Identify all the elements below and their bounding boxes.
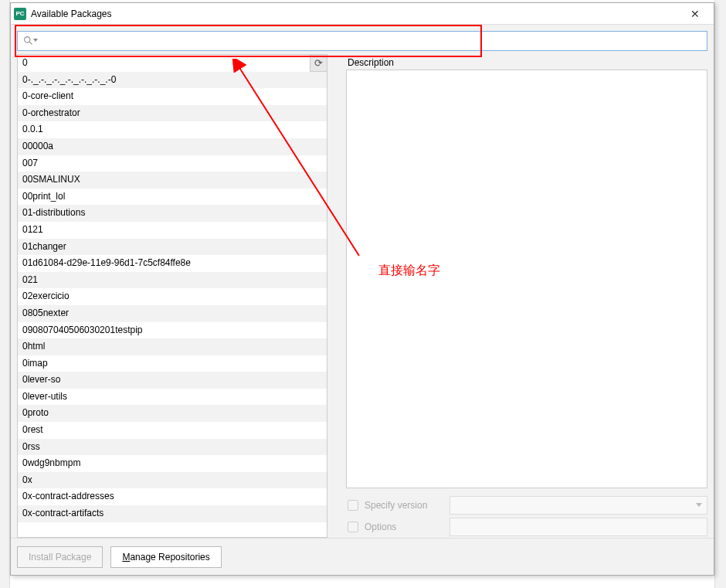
pycharm-icon: PC [14, 8, 26, 20]
options-label: Options [365, 522, 443, 532]
background-left [0, 0, 10, 588]
splitter[interactable] [327, 54, 346, 538]
specify-version-combo[interactable] [450, 496, 707, 515]
specify-version-row: Specify version [346, 495, 707, 516]
titlebar[interactable]: PC Available Packages ✕ [11, 3, 714, 25]
reload-button[interactable]: ⟳ [310, 55, 327, 72]
package-list-panel: ⟳ 00-._.-._.-._.-._.-._.-._.-00-core-cli… [17, 54, 327, 538]
options-checkbox[interactable] [348, 522, 358, 532]
manage-repositories-button[interactable]: Manage Repositories [110, 546, 221, 568]
package-item[interactable]: 01changer [18, 239, 327, 256]
package-item[interactable]: 0html [18, 338, 327, 355]
window-title: Available Packages [31, 8, 680, 19]
options-row: Options [346, 516, 707, 538]
install-package-button[interactable]: Install Package [17, 546, 103, 568]
package-item[interactable]: 0proto [18, 405, 327, 422]
chevron-down-icon [696, 503, 702, 507]
package-item[interactable]: 090807040506030201testpip [18, 322, 327, 339]
package-item[interactable]: 0805nexter [18, 305, 327, 322]
package-item[interactable]: 0x-contract-addresses [18, 488, 327, 505]
package-item[interactable]: 00000a [18, 138, 327, 155]
package-item[interactable]: 0lever-so [18, 372, 327, 389]
package-item[interactable]: 0-orchestrator [18, 105, 327, 122]
package-item[interactable]: 01-distributions [18, 205, 327, 222]
search-input[interactable] [17, 31, 707, 51]
content-row: ⟳ 00-._.-._.-._.-._.-._.-._.-00-core-cli… [11, 54, 714, 538]
package-item[interactable]: 01d61084-d29e-11e9-96d1-7c5cf84ffe8e [18, 255, 327, 272]
specify-version-checkbox[interactable] [348, 500, 358, 511]
footer: Install Package Manage Repositories [11, 538, 714, 575]
description-box [346, 70, 707, 488]
package-item[interactable]: 021 [18, 272, 327, 289]
package-item[interactable]: 0x-contract-artifacts [18, 505, 327, 522]
package-item[interactable]: 0wdg9nbmpm [18, 455, 327, 472]
close-button[interactable]: ✕ [680, 4, 711, 24]
details-panel: Description Specify version Options [346, 54, 707, 538]
package-item[interactable]: 0imap [18, 355, 327, 372]
package-item[interactable]: 00print_lol [18, 189, 327, 206]
package-item[interactable]: 0x [18, 472, 327, 489]
manage-rest: anage Repositories [130, 552, 209, 563]
specify-version-label: Specify version [365, 500, 443, 511]
package-item[interactable]: 0121 [18, 222, 327, 239]
package-item[interactable]: 007 [18, 155, 327, 172]
package-item[interactable]: 0rss [18, 439, 327, 456]
package-item[interactable]: 0 [18, 55, 327, 72]
description-label: Description [346, 54, 707, 70]
background-right [714, 0, 726, 588]
package-item[interactable]: 02exercicio [18, 288, 327, 305]
package-item[interactable]: 0rest [18, 422, 327, 439]
package-list[interactable]: 00-._.-._.-._.-._.-._.-._.-00-core-clien… [18, 55, 327, 537]
options-input[interactable] [450, 518, 707, 536]
search-row [11, 25, 714, 54]
package-item[interactable]: 0lever-utils [18, 389, 327, 406]
manage-mnemonic: M [122, 552, 130, 563]
package-item[interactable]: 0.0.1 [18, 121, 327, 138]
package-item[interactable]: 00SMALINUX [18, 172, 327, 189]
available-packages-dialog: PC Available Packages ✕ ⟳ 00-._.-._.-._.… [10, 2, 714, 576]
package-item[interactable]: 0-core-client [18, 88, 327, 105]
package-item[interactable]: 0-._.-._.-._.-._.-._.-._.-0 [18, 72, 327, 89]
